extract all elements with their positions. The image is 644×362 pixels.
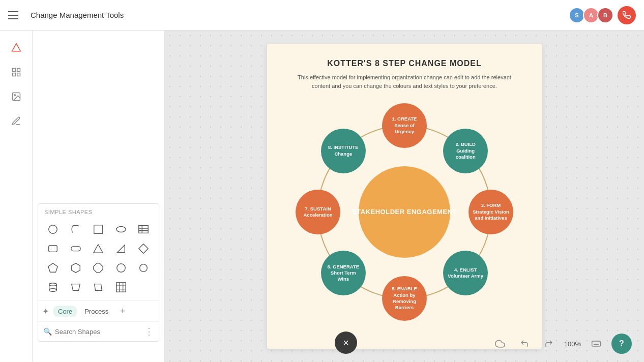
diagram-title: KOTTER'S 8 STEP CHANGE MODEL [327, 59, 482, 68]
diamond-shape[interactable] [133, 239, 154, 258]
shapes-panel: SIMPLE SHAPES [33, 31, 165, 362]
canvas-area[interactable]: KOTTER'S 8 STEP CHANGE MODEL This effect… [165, 31, 644, 362]
search-input[interactable] [55, 328, 141, 336]
right-triangle-shape[interactable] [110, 239, 132, 258]
svg-marker-18 [139, 244, 148, 253]
diagram-subtitle: This effective model for implementing or… [298, 73, 511, 90]
step-6[interactable]: 6. GENERATE Short Term Wins [321, 251, 366, 295]
parallelogram-shape[interactable] [87, 278, 109, 296]
menu-button[interactable] [8, 7, 24, 23]
svg-rect-30 [116, 283, 126, 292]
step-4[interactable]: 4. ENLIST Volunteer Army [443, 251, 488, 295]
section-label: SIMPLE SHAPES [38, 204, 159, 218]
step-2[interactable]: 2. BUILD Guiding coalition [443, 129, 488, 173]
svg-marker-28 [71, 284, 80, 291]
step-7[interactable]: 7. SUSTAIN Acceleration [296, 190, 340, 234]
svg-rect-36 [592, 341, 601, 346]
svg-rect-8 [94, 225, 103, 234]
svg-marker-29 [95, 284, 102, 291]
svg-point-24 [49, 283, 57, 286]
svg-rect-14 [49, 246, 57, 252]
app-title: Change Management Tools [31, 11, 565, 19]
svg-marker-0 [12, 44, 20, 51]
svg-point-27 [49, 289, 57, 292]
cloud-icon[interactable] [491, 335, 509, 353]
svg-point-7 [49, 225, 57, 234]
table-shape[interactable] [133, 220, 154, 238]
square-shape[interactable] [87, 220, 109, 238]
sidebar-icons [0, 31, 33, 362]
help-button[interactable]: ? [611, 334, 632, 354]
octagon-shape[interactable] [87, 259, 109, 277]
undo-icon[interactable] [515, 335, 534, 353]
fab-close-button[interactable]: × [335, 331, 357, 354]
trapezoid-shape[interactable] [65, 278, 86, 296]
grid2-shape[interactable] [110, 278, 132, 296]
redo-icon[interactable] [540, 335, 558, 353]
shapes-panel-inner: SIMPLE SHAPES [38, 203, 159, 342]
search-row: 🔍 ⋮ [38, 321, 159, 341]
circle2-shape[interactable] [110, 259, 132, 277]
step-1[interactable]: 1. CREATE Sense of Urgency [382, 103, 427, 148]
stadium-shape[interactable] [65, 239, 86, 258]
cylinder-shape[interactable] [42, 278, 64, 296]
add-tab-button[interactable]: + [115, 304, 130, 318]
svg-marker-21 [94, 263, 103, 273]
topbar: Change Management Tools S A B [0, 0, 644, 31]
diagram-card: KOTTER'S 8 STEP CHANGE MODEL This effect… [267, 44, 542, 349]
svg-rect-15 [71, 246, 80, 251]
bottom-bar: 100% ? [491, 334, 632, 354]
tab-process[interactable]: Process [79, 306, 113, 317]
keyboard-icon[interactable] [587, 335, 605, 353]
shape-tabs: ✦ Core Process + [38, 300, 159, 321]
svg-point-22 [117, 264, 126, 273]
favorites-icon: ✦ [42, 307, 49, 316]
shapes-tool-button[interactable] [5, 37, 27, 59]
ellipse-shape[interactable] [110, 220, 132, 238]
thin-circle-shape[interactable] [133, 259, 154, 277]
center-circle: STAKEHOLDER ENGAGEMENT [359, 166, 450, 258]
avatar-group: S A B [571, 6, 636, 24]
zoom-level: 100% [564, 340, 581, 348]
svg-rect-4 [17, 73, 20, 76]
svg-rect-1 [12, 69, 15, 72]
image-tool-button[interactable] [5, 85, 27, 108]
circle-shape[interactable] [42, 220, 64, 238]
svg-rect-2 [17, 69, 20, 72]
main-area: SIMPLE SHAPES [0, 31, 644, 362]
circle-diagram: STAKEHOLDER ENGAGEMENT 1. CREATE Sense o… [292, 100, 516, 324]
search-icon: 🔍 [43, 327, 52, 336]
shapes-grid [38, 218, 159, 300]
step-8[interactable]: 8. INSTITUTE Change [321, 129, 366, 173]
more-options-icon[interactable]: ⋮ [144, 326, 154, 337]
svg-marker-20 [71, 263, 80, 273]
arc-shape[interactable] [65, 220, 86, 238]
step-3[interactable]: 3. FORM Strategic Vision and Initiatives [469, 190, 513, 234]
step-5[interactable]: 5. ENABLE Action by Removing Barriers [382, 276, 427, 321]
svg-marker-16 [94, 245, 103, 253]
svg-rect-3 [12, 73, 15, 76]
grid-tool-button[interactable] [5, 61, 27, 83]
svg-point-23 [140, 264, 148, 272]
svg-point-9 [116, 227, 126, 232]
tab-core[interactable]: Core [53, 306, 77, 317]
svg-point-6 [14, 95, 15, 96]
call-button[interactable] [618, 6, 636, 24]
rounded-rect-shape[interactable] [42, 239, 64, 258]
triangle-shape[interactable] [87, 239, 109, 258]
draw-tool-button[interactable] [5, 110, 27, 132]
hexagon-shape[interactable] [65, 259, 86, 277]
avatar-3: B [597, 7, 613, 23]
svg-marker-19 [48, 263, 57, 272]
svg-rect-10 [139, 226, 148, 233]
svg-marker-17 [117, 245, 125, 253]
pentagon-shape[interactable] [42, 259, 64, 277]
